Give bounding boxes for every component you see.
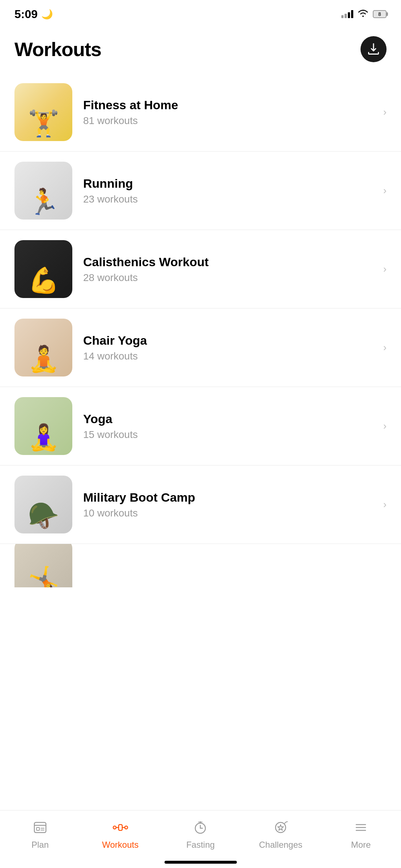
svg-rect-0 <box>34 822 46 833</box>
workout-thumbnail-fitness <box>14 83 72 141</box>
moon-icon: 🌙 <box>41 9 53 20</box>
nav-item-workouts[interactable]: Workouts <box>80 818 161 850</box>
nav-item-challenges[interactable]: Challenges <box>240 818 321 850</box>
workout-item-partial[interactable]: 🤸 <box>0 544 401 587</box>
person-figure: 🤸 <box>28 565 59 587</box>
workout-info: Fitness at Home 81 workouts <box>72 98 380 127</box>
workout-info: Running 23 workouts <box>72 176 380 205</box>
chevron-right-icon: › <box>383 185 387 196</box>
wifi-icon <box>358 9 368 19</box>
bottom-navigation: Plan Workouts Fasting <box>0 810 401 868</box>
workout-name: Calisthenics Workout <box>83 255 380 269</box>
download-button[interactable] <box>361 36 387 62</box>
workout-info: Military Boot Camp 10 workouts <box>72 490 380 519</box>
nav-label-plan: Plan <box>31 840 49 850</box>
nav-label-fasting: Fasting <box>186 840 215 850</box>
workout-item[interactable]: Yoga 15 workouts › <box>0 387 401 465</box>
workout-info: Calisthenics Workout 28 workouts <box>72 255 380 284</box>
chevron-right-icon: › <box>383 342 387 353</box>
more-icon <box>351 818 370 837</box>
person-figure <box>14 476 72 533</box>
workout-item[interactable]: Calisthenics Workout 28 workouts › <box>0 230 401 309</box>
workout-name: Military Boot Camp <box>83 490 380 505</box>
workout-list: Fitness at Home 81 workouts › Running 23… <box>0 73 401 587</box>
nav-label-more: More <box>351 840 371 850</box>
nav-label-challenges: Challenges <box>259 840 302 850</box>
svg-point-15 <box>276 822 286 833</box>
workout-name: Fitness at Home <box>83 98 380 112</box>
status-time: 5:09 <box>14 8 38 21</box>
workout-item[interactable]: Running 23 workouts › <box>0 152 401 230</box>
fasting-icon <box>191 818 210 837</box>
workouts-icon <box>111 818 130 837</box>
nav-item-plan[interactable]: Plan <box>0 818 80 850</box>
nav-item-fasting[interactable]: Fasting <box>161 818 241 850</box>
workout-name: Chair Yoga <box>83 333 380 348</box>
workout-count: 23 workouts <box>83 193 380 205</box>
person-figure <box>14 397 72 455</box>
workout-thumbnail-partial: 🤸 <box>14 544 72 587</box>
chevron-right-icon: › <box>383 263 387 275</box>
workout-count: 10 workouts <box>83 507 380 519</box>
person-figure <box>14 319 72 376</box>
person-figure <box>14 240 72 298</box>
chevron-right-icon: › <box>383 499 387 510</box>
workout-thumbnail-calisthenics <box>14 240 72 298</box>
person-figure <box>14 83 72 141</box>
workout-name: Yoga <box>83 412 380 426</box>
person-figure <box>14 162 72 220</box>
workout-thumbnail-military <box>14 476 72 533</box>
workout-thumbnail-running <box>14 162 72 220</box>
nav-label-workouts: Workouts <box>102 840 138 850</box>
workout-count: 15 workouts <box>83 429 380 441</box>
status-bar: 5:09 🌙 8 <box>0 0 401 25</box>
workout-info: Yoga 15 workouts <box>72 412 380 441</box>
battery-icon: 8 <box>373 10 387 18</box>
workout-thumbnail-chair-yoga <box>14 319 72 376</box>
workout-count: 28 workouts <box>83 272 380 284</box>
page-title: Workouts <box>14 38 101 60</box>
svg-rect-9 <box>119 825 122 830</box>
download-icon <box>367 43 380 56</box>
workout-count: 14 workouts <box>83 350 380 362</box>
chevron-right-icon: › <box>383 420 387 432</box>
page-header: Workouts <box>0 25 401 73</box>
svg-rect-2 <box>37 827 39 830</box>
workout-item[interactable]: Chair Yoga 14 workouts › <box>0 309 401 387</box>
workout-item[interactable]: Military Boot Camp 10 workouts › <box>0 465 401 544</box>
signal-icon <box>341 10 353 18</box>
plan-icon <box>31 818 50 837</box>
home-indicator <box>165 861 237 864</box>
workout-item[interactable]: Fitness at Home 81 workouts › <box>0 73 401 152</box>
workout-count: 81 workouts <box>83 115 380 127</box>
workout-name: Running <box>83 176 380 191</box>
workout-thumbnail-yoga <box>14 397 72 455</box>
nav-item-more[interactable]: More <box>321 818 401 850</box>
challenges-icon <box>271 818 290 837</box>
chevron-right-icon: › <box>383 106 387 118</box>
workout-info: Chair Yoga 14 workouts <box>72 333 380 362</box>
status-right: 8 <box>341 9 387 19</box>
